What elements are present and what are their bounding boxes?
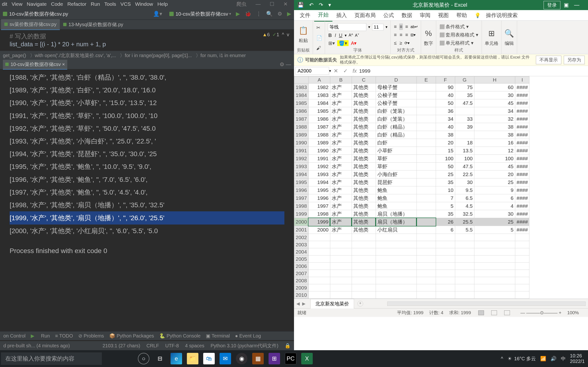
lock-icon[interactable]: 🔒 [285,343,291,349]
cell[interactable] [436,255,455,263]
cell[interactable]: 1995 [308,186,330,194]
cell[interactable] [416,83,436,92]
cell[interactable]: 1992 [308,163,330,171]
cell[interactable]: 47.5 [455,99,474,107]
cell[interactable]: 其他类 [352,202,376,210]
cell[interactable]: 其他类 [352,139,376,147]
fx-icon[interactable]: fx [353,68,357,74]
cell[interactable]: #### [515,186,529,194]
col-header-D[interactable]: D [376,76,416,83]
row-header[interactable]: 2008 [294,277,309,284]
cell[interactable] [330,263,352,270]
close-icon[interactable]: ✕ [284,1,288,7]
cell[interactable]: #### [515,123,529,131]
cell[interactable] [416,194,436,202]
excel-taskbar-icon[interactable]: X [301,353,313,364]
menu-window[interactable]: Window [135,1,153,7]
cell[interactable]: 90 [436,83,455,92]
cell[interactable] [416,202,436,210]
row-header[interactable]: 1995 [294,178,309,186]
row-header[interactable]: 2007 [294,270,309,277]
row-header[interactable]: 1998 [294,202,309,210]
cell[interactable]: 35 [436,178,455,186]
cell[interactable] [416,155,436,163]
row-header[interactable]: 1996 [294,186,309,194]
cell[interactable] [515,255,529,263]
cell[interactable]: 其他类 [352,123,376,131]
cell[interactable]: 50 [436,99,455,107]
obs-icon[interactable]: ◉ [236,353,247,364]
cell[interactable] [416,284,436,292]
cell[interactable]: #### [515,194,529,202]
cell[interactable]: 1982 [308,83,330,92]
cell[interactable]: 60 [474,83,515,92]
cell[interactable] [436,241,455,248]
more-run-icon[interactable]: ⋮ [256,11,261,17]
merge-icon[interactable]: ⊟▾ [410,33,415,37]
cell[interactable] [376,255,416,263]
cell[interactable] [455,248,474,255]
run-output[interactable]: [1988, '水产', '其他类', '白虾（精品）', '', '38.0'… [0,69,294,259]
align-right-icon[interactable]: ≡ [405,32,409,38]
col-header-F[interactable]: F [436,76,455,83]
tab-insert[interactable]: 插入 [332,9,351,21]
cell[interactable] [352,248,376,255]
menu-tools[interactable]: Tools [104,1,116,7]
row-header[interactable]: 2006 [294,263,309,270]
font-name-select[interactable]: 等线 [328,23,366,31]
cell[interactable]: 36 [436,107,455,115]
table-format-button[interactable]: ▦ 套用表格格式 ▾ [439,31,479,39]
cell[interactable]: 草虾 [376,163,416,171]
cell[interactable]: 其他类 [352,210,376,218]
cell[interactable] [376,248,416,255]
italic-button[interactable]: I [334,32,337,39]
clock[interactable]: 10:262022/1 [570,353,585,364]
cell[interactable] [376,277,416,284]
play-icon[interactable]: ▶ [287,11,291,17]
row-header[interactable]: 1991 [294,147,309,155]
cell[interactable] [436,270,455,277]
ribbon-mode-icon[interactable]: ▣ [564,2,569,8]
cell[interactable]: 1991 [308,155,330,163]
cell[interactable] [474,277,515,284]
cell[interactable]: 白虾 [376,139,416,147]
taskbar-search[interactable]: 在这里输入你要搜索的内容 [1,352,102,365]
cell[interactable]: 16 [474,139,515,147]
col-header-A[interactable]: A [308,76,330,83]
menu-help[interactable]: Help [157,1,168,7]
cell[interactable]: 其他类 [352,107,376,115]
cell[interactable]: #### [515,178,529,186]
border-icon[interactable]: ⊞▾ [328,40,335,47]
cell[interactable]: 鲍鱼 [376,202,416,210]
cell[interactable]: 1990 [308,147,330,155]
menu-edit[interactable]: dit [2,1,7,7]
cell[interactable]: 水产 [330,163,352,171]
name-box[interactable]: A2000 [295,67,329,75]
cell[interactable]: 12 [474,147,515,155]
bc-4[interactable]: for num, i1 in enumer [200,53,246,58]
cell[interactable] [416,234,436,241]
cell[interactable] [474,270,515,277]
dismiss-button[interactable]: 不再显示 [536,56,561,64]
cell[interactable]: 其他类 [352,131,376,139]
cell[interactable] [376,234,416,241]
cell[interactable] [515,248,529,255]
cell[interactable]: 5 [436,202,455,210]
cell[interactable]: 1989 [308,139,330,147]
cell[interactable] [455,292,474,299]
interpreter[interactable]: Python 3.10 (pycharm代码文件) [211,342,278,349]
cell[interactable] [436,284,455,292]
cell[interactable]: 水产 [330,107,352,115]
tray-chevron-icon[interactable]: ^ [501,356,503,361]
cell[interactable]: 1984 [308,99,330,107]
cell[interactable]: 水产 [330,226,352,234]
cell[interactable] [436,277,455,284]
menu-navigate[interactable]: Navigate [27,1,47,7]
cell[interactable]: 40 [436,92,455,99]
row-header[interactable]: 1983 [294,83,309,92]
cell[interactable]: #### [515,226,529,234]
cell[interactable]: 小草虾 [376,147,416,155]
col-header-C[interactable]: C [352,76,376,83]
editor-tab-2[interactable]: 13-Mysql菜价数据存储.py [60,19,127,30]
cell[interactable]: 39 [455,123,474,131]
